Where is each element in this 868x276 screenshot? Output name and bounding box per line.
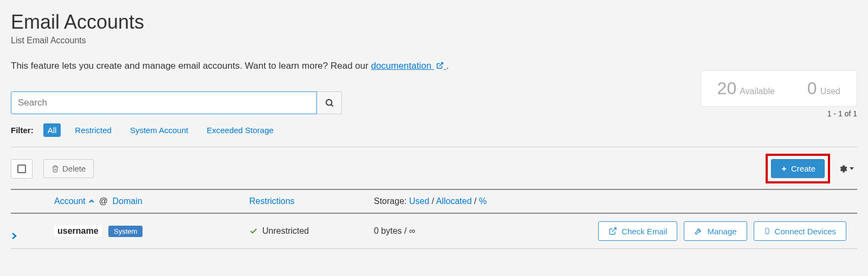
check-icon [249, 227, 258, 235]
storage-value: 0 bytes / ∞ [374, 226, 415, 236]
select-all-checkbox[interactable] [11, 159, 33, 179]
available-number: 20 [717, 78, 737, 98]
page-subtitle: List Email Accounts [11, 36, 857, 45]
svg-line-2 [331, 104, 333, 106]
expand-row-button[interactable] [11, 222, 54, 240]
plus-icon [780, 165, 788, 173]
description-post: . [446, 61, 449, 71]
header-domain[interactable]: Domain [112, 196, 142, 206]
search-input[interactable] [11, 91, 317, 114]
connect-label: Connect Devices [775, 227, 836, 236]
check-email-label: Check Email [621, 227, 667, 236]
pagination-range: 1 - 1 of 1 [703, 109, 857, 118]
filter-exceeded[interactable]: Exceeded Storage [202, 123, 277, 137]
stat-available: 20 Available [717, 78, 775, 98]
filter-all[interactable]: All [43, 123, 61, 137]
checkbox-icon [17, 165, 26, 173]
check-email-button[interactable]: Check Email [598, 221, 677, 241]
chevron-right-icon [11, 232, 17, 240]
caret-down-icon [850, 167, 854, 170]
search-icon [325, 98, 334, 108]
system-badge: System [108, 226, 142, 237]
restriction-value: Unrestricted [262, 226, 309, 236]
search-group [11, 91, 342, 114]
description-text: This feature lets you create and manage … [11, 61, 371, 71]
header-used[interactable]: Used [409, 196, 429, 206]
external-link-icon [436, 62, 444, 69]
page-title: Email Accounts [11, 11, 857, 34]
manage-button[interactable]: Manage [684, 221, 747, 241]
settings-dropdown[interactable] [834, 161, 857, 177]
filter-system[interactable]: System Account [126, 123, 193, 137]
wrench-icon [694, 227, 703, 235]
documentation-link-text: documentation [371, 61, 432, 71]
at-separator: @ [97, 196, 110, 206]
header-restrictions[interactable]: Restrictions [249, 196, 295, 206]
stat-used: 0 Used [807, 78, 840, 98]
create-highlight-box: Create [766, 154, 830, 183]
header-storage: Storage: Used / Allocated / % [374, 196, 857, 206]
stats-panel: 20 Available 0 Used [701, 70, 857, 107]
svg-point-1 [326, 100, 332, 106]
filter-restricted[interactable]: Restricted [70, 123, 116, 137]
delete-button[interactable]: Delete [43, 159, 94, 178]
create-label: Create [791, 164, 815, 173]
gear-icon [838, 164, 847, 174]
device-icon [764, 226, 770, 236]
page-description: This feature lets you create and manage … [11, 61, 857, 71]
used-label: Used [820, 87, 840, 96]
sort-asc-icon [89, 199, 94, 204]
header-allocated[interactable]: Allocated [436, 196, 472, 206]
header-account-text: Account [54, 196, 86, 206]
storage-label: Storage: [374, 196, 406, 206]
header-account[interactable]: Account [54, 196, 97, 206]
documentation-link[interactable]: documentation [371, 61, 446, 71]
manage-label: Manage [707, 227, 736, 236]
svg-line-5 [612, 228, 616, 232]
table-header: Account @ Domain Restrictions Storage: U… [11, 189, 857, 214]
connect-devices-button[interactable]: Connect Devices [754, 221, 846, 241]
filter-label: Filter: [11, 126, 34, 135]
available-label: Available [740, 87, 775, 96]
header-percent[interactable]: % [479, 196, 487, 206]
delete-label: Delete [62, 164, 86, 173]
search-button[interactable] [317, 91, 342, 114]
used-number: 0 [807, 78, 817, 98]
trash-icon [51, 165, 59, 173]
table-row: username System Unrestricted 0 bytes / ∞… [11, 214, 857, 249]
svg-line-0 [439, 63, 443, 66]
filter-row: Filter: All Restricted System Account Ex… [11, 123, 857, 137]
external-link-icon [608, 227, 617, 235]
create-button[interactable]: Create [771, 159, 825, 178]
account-username: username [54, 225, 102, 236]
